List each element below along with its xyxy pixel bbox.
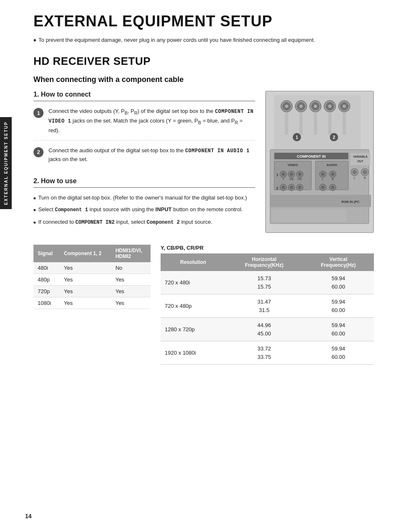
- table-row: 480i Yes No: [33, 262, 151, 274]
- main-title: EXTERNAL EQUIPMENT SETUP: [33, 13, 374, 30]
- connector-svg: 1 2 COMPONENT IN VIDEO 1: [266, 92, 373, 232]
- svg-text:COMPONENT IN: COMPONENT IN: [297, 154, 326, 159]
- component-cell: Yes: [60, 286, 111, 297]
- svg-point-7: [299, 104, 303, 108]
- right-content: 1 2 COMPONENT IN VIDEO 1: [265, 91, 374, 233]
- how-to-use-section: 2. How to use Turn on the digital set-to…: [33, 177, 255, 227]
- component-cell: Yes: [60, 274, 111, 286]
- freq-header-row: Resolution HorizontalFrequency(KHz) Vert…: [161, 253, 374, 271]
- freq-table-container: Y, CB/PB, CR/PR Resolution HorizontalFre…: [161, 245, 374, 365]
- horiz-cell: 44.9645.00: [225, 318, 302, 341]
- vert-cell: 59.9460.00: [303, 294, 374, 318]
- use-item-2-text: Select Component 1 input source with usi…: [38, 205, 243, 214]
- svg-rect-18: [299, 112, 303, 135]
- resolution-cell: 1920 x 1080i: [161, 341, 225, 365]
- table-row: 480p Yes Yes: [33, 274, 151, 286]
- signal-cell: 480i: [33, 262, 60, 274]
- freq-table: Resolution HorizontalFrequency(KHz) Vert…: [161, 253, 374, 365]
- how-to-connect-title: 1. How to connect: [33, 91, 255, 101]
- svg-point-59: [331, 186, 335, 189]
- svg-point-66: [363, 170, 367, 174]
- svg-text:L: L: [322, 178, 324, 181]
- svg-point-33: [281, 173, 285, 176]
- svg-point-10: [313, 104, 317, 108]
- svg-point-64: [353, 170, 357, 174]
- table-row: 1280 x 720p 44.9645.00 59.9460.00: [161, 318, 374, 341]
- use-item-2: Select Component 1 input source with usi…: [33, 205, 255, 214]
- horizontal-header: HorizontalFrequency(KHz): [225, 253, 302, 271]
- step-2-circle: 2: [33, 147, 43, 157]
- svg-rect-17: [285, 112, 288, 135]
- step-1: 1 Connect the video outputs (Y, PB, PR) …: [33, 107, 255, 141]
- warning-text: To prevent the equipment damage, never p…: [38, 37, 315, 43]
- vert-cell: 59.9460.00: [303, 271, 374, 294]
- page-container: EXTERNAL EQUIPMENT SETUP EXTERNAL EQUIPM…: [0, 0, 399, 532]
- svg-text:VARIABLE: VARIABLE: [353, 155, 368, 158]
- resolution-cell: 720 x 480p: [161, 294, 225, 318]
- svg-text:L: L: [354, 176, 356, 179]
- freq-table-body: 720 x 480i 15.7315.75 59.9460.00 720 x 4…: [161, 271, 374, 365]
- svg-rect-20: [328, 112, 332, 135]
- svg-point-4: [284, 104, 289, 108]
- section-title: HD RECEIVER SETUP: [33, 55, 374, 68]
- side-tab-text: EXTERNAL EQUIPMENT SETUP: [4, 121, 8, 205]
- resolution-header: Resolution: [161, 253, 225, 271]
- signal-cell: 480p: [33, 274, 60, 286]
- svg-text:PR: PR: [298, 178, 302, 181]
- step-1-text: Connect the video outputs (Y, PB, PR) of…: [49, 107, 255, 135]
- horiz-cell: 31.4731.5: [225, 294, 302, 318]
- hdmi-cell: Yes: [111, 297, 151, 309]
- table-row: 1920 x 1080i 33.7233.75 59.9460.00: [161, 341, 374, 365]
- hdmi-cell: Yes: [111, 274, 151, 286]
- step-1-circle: 1: [33, 108, 43, 118]
- svg-point-53: [331, 173, 335, 176]
- svg-text:PB: PB: [289, 178, 294, 181]
- diagram-box: 1 2 COMPONENT IN VIDEO 1: [265, 91, 374, 233]
- signal-table-header-row: Signal Component 1, 2 HDMI1/DVI,HDMI2: [33, 245, 151, 262]
- svg-point-57: [321, 186, 325, 189]
- signal-table-body: 480i Yes No 480p Yes Yes 720p Yes Yes: [33, 262, 151, 309]
- component-col-header: Component 1, 2: [60, 245, 111, 262]
- table-row: 720 x 480i 15.7315.75 59.9460.00: [161, 271, 374, 294]
- svg-text:RGB IN (PC: RGB IN (PC: [341, 200, 360, 204]
- signal-table: Signal Component 1, 2 HDMI1/DVI,HDMI2 48…: [33, 245, 151, 309]
- hdmi-cell: Yes: [111, 286, 151, 297]
- signal-col-header: Signal: [33, 245, 60, 262]
- horiz-cell: 15.7315.75: [225, 271, 302, 294]
- how-to-connect-section: 1. How to connect 1 Connect the video ou…: [33, 91, 255, 169]
- how-to-use-title: 2. How to use: [33, 177, 255, 188]
- table-row: 1080i Yes Yes: [33, 297, 151, 309]
- vertical-header: VerticalFrequency(Hz): [303, 253, 374, 271]
- horiz-cell: 33.7233.75: [225, 341, 302, 365]
- svg-rect-19: [314, 112, 317, 135]
- svg-point-43: [281, 186, 285, 189]
- left-content: 1. How to connect 1 Connect the video ou…: [33, 91, 255, 233]
- svg-text:1: 1: [296, 135, 298, 140]
- svg-rect-21: [343, 112, 346, 135]
- hdmi-col-header: HDMI1/DVI,HDMI2: [111, 245, 151, 262]
- svg-text:VIDEO: VIDEO: [288, 163, 298, 167]
- signal-cell: 1080i: [33, 297, 60, 309]
- svg-point-35: [290, 173, 293, 176]
- page-number: 14: [25, 513, 32, 519]
- svg-text:Y: Y: [282, 178, 284, 181]
- svg-point-13: [328, 104, 332, 108]
- component-cell: Yes: [60, 262, 111, 274]
- svg-point-51: [321, 173, 325, 176]
- use-item-3-text: If connected to COMPONENT IN2 input, sel…: [38, 218, 212, 227]
- svg-text:2: 2: [276, 186, 279, 190]
- vert-cell: 59.9460.00: [303, 318, 374, 341]
- svg-text:2: 2: [332, 135, 335, 140]
- component-cell: Yes: [60, 297, 111, 309]
- svg-text:AUDIO: AUDIO: [327, 163, 337, 167]
- svg-text:R: R: [364, 176, 366, 179]
- svg-text:R: R: [332, 178, 334, 181]
- svg-rect-60: [350, 153, 370, 165]
- step-2: 2 Connect the audio output of the digita…: [33, 146, 255, 169]
- svg-point-37: [298, 173, 302, 176]
- table-row: 720 x 480p 31.4731.5 59.9460.00: [161, 294, 374, 318]
- step-2-text: Connect the audio output of the digital …: [49, 146, 255, 164]
- resolution-cell: 1280 x 720p: [161, 318, 225, 341]
- svg-point-45: [290, 186, 293, 189]
- table-row: 720p Yes Yes: [33, 286, 151, 297]
